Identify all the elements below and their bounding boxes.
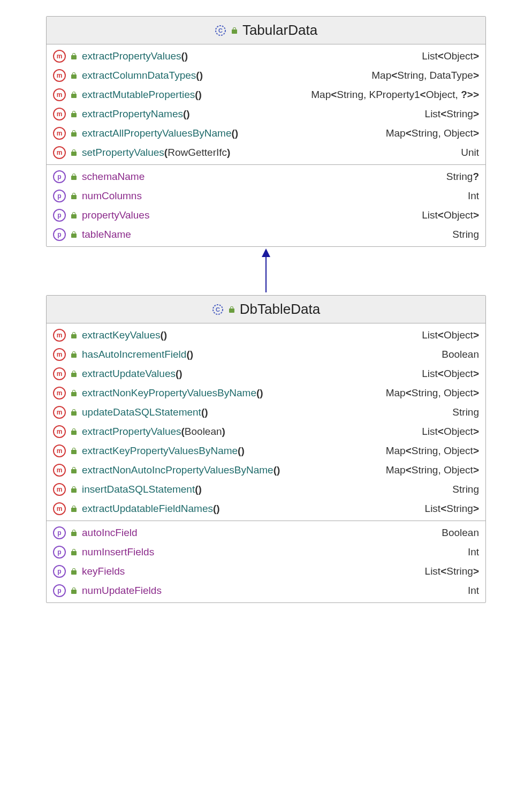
property-row[interactable]: pnumColumnsInt bbox=[52, 186, 480, 206]
method-icon: m bbox=[53, 88, 66, 101]
method-row[interactable]: minsertDataSQLStatement()String bbox=[52, 480, 480, 499]
lock-icon bbox=[70, 486, 78, 493]
property-icon: p bbox=[53, 209, 66, 222]
method-row[interactable]: mextractPropertyValues(Boolean)List<Obje… bbox=[52, 422, 480, 441]
method-row[interactable]: mextractPropertyValues()List<Object> bbox=[52, 47, 480, 66]
property-type: List<String> bbox=[425, 566, 479, 577]
lock-icon bbox=[70, 370, 78, 378]
return-type: Map<String, Object> bbox=[386, 445, 479, 457]
method-row[interactable]: msetPropertyValues(RowGetterIfc)Unit bbox=[52, 143, 480, 162]
method-name: setPropertyValues(RowGetterIfc) bbox=[82, 147, 230, 159]
method-name: insertDataSQLStatement() bbox=[82, 484, 202, 495]
return-type: List<String> bbox=[425, 108, 479, 120]
return-type: List<Object> bbox=[422, 426, 479, 438]
method-row[interactable]: mextractUpdateValues()List<Object> bbox=[52, 364, 480, 383]
method-row[interactable]: mextractNonKeyPropertyValuesByName()Map<… bbox=[52, 383, 480, 403]
method-row[interactable]: mhasAutoIncrementField()Boolean bbox=[52, 345, 480, 364]
method-name: updateDataSQLStatement() bbox=[82, 406, 208, 418]
lock-icon bbox=[70, 587, 78, 594]
property-icon: p bbox=[53, 565, 66, 578]
method-icon: m bbox=[53, 127, 66, 140]
property-name: numInsertFields bbox=[82, 546, 154, 558]
method-name: extractNonKeyPropertyValuesByName() bbox=[82, 387, 263, 399]
lock-icon bbox=[70, 568, 78, 575]
property-type: Int bbox=[468, 546, 479, 558]
property-row[interactable]: ptableNameString bbox=[52, 225, 480, 244]
method-icon: m bbox=[53, 108, 66, 120]
methods-section: mextractKeyValues()List<Object>mhasAutoI… bbox=[47, 323, 485, 521]
lock-icon bbox=[70, 447, 78, 455]
method-row[interactable]: mextractKeyValues()List<Object> bbox=[52, 326, 480, 345]
lock-icon bbox=[70, 466, 78, 474]
property-icon: p bbox=[53, 584, 66, 597]
class-name: DbTableData bbox=[240, 301, 320, 318]
property-icon: p bbox=[53, 228, 66, 241]
property-name: numColumns bbox=[82, 190, 142, 202]
method-row[interactable]: mextractMutableProperties()Map<String, K… bbox=[52, 85, 480, 104]
return-type: List<Object> bbox=[422, 50, 479, 62]
lock-icon bbox=[70, 52, 78, 60]
method-row[interactable]: mextractNonAutoIncPropertyValuesByName()… bbox=[52, 461, 480, 480]
method-icon: m bbox=[53, 367, 66, 380]
lock-icon bbox=[70, 130, 78, 137]
method-name: extractAllPropertyValuesByName() bbox=[82, 127, 238, 139]
lock-icon bbox=[70, 173, 78, 180]
abstract-class-icon: C bbox=[215, 25, 226, 36]
property-name: tableName bbox=[82, 229, 131, 240]
return-type: List<Object> bbox=[422, 368, 479, 380]
property-row[interactable]: pkeyFieldsList<String> bbox=[52, 562, 480, 581]
method-row[interactable]: mupdateDataSQLStatement()String bbox=[52, 403, 480, 422]
return-type: String bbox=[452, 484, 479, 495]
lock-icon bbox=[70, 389, 78, 397]
methods-section: mextractPropertyValues()List<Object>mext… bbox=[47, 44, 485, 164]
return-type: Map<String, Object> bbox=[386, 127, 479, 139]
method-name: extractPropertyValues() bbox=[82, 50, 188, 62]
inheritance-arrow-container bbox=[47, 247, 485, 295]
property-name: numUpdateFields bbox=[82, 585, 162, 597]
return-type: Map<String, DataType> bbox=[371, 70, 479, 81]
lock-icon bbox=[70, 192, 78, 200]
return-type: List<Object> bbox=[422, 329, 479, 341]
property-type: String bbox=[452, 229, 479, 240]
properties-section: pautoIncFieldBooleanpnumInsertFieldsIntp… bbox=[47, 521, 485, 602]
property-name: propertyValues bbox=[82, 209, 149, 221]
method-icon: m bbox=[53, 502, 66, 515]
lock-icon bbox=[228, 306, 235, 313]
property-icon: p bbox=[53, 170, 66, 183]
lock-icon bbox=[70, 428, 78, 435]
property-row[interactable]: pnumUpdateFieldsInt bbox=[52, 581, 480, 600]
method-icon: m bbox=[53, 329, 66, 342]
method-name: extractColumnDataTypes() bbox=[82, 70, 203, 81]
method-icon: m bbox=[53, 348, 66, 361]
return-type: Map<String, Object> bbox=[386, 464, 479, 476]
property-icon: p bbox=[53, 526, 66, 539]
class-header: C DbTableData bbox=[47, 296, 485, 323]
method-row[interactable]: mextractColumnDataTypes()Map<String, Dat… bbox=[52, 66, 480, 85]
property-row[interactable]: pschemaNameString? bbox=[52, 167, 480, 186]
property-row[interactable]: ppropertyValuesList<Object> bbox=[52, 206, 480, 225]
lock-icon bbox=[70, 212, 78, 219]
method-icon: m bbox=[53, 464, 66, 477]
return-type: Map<String, KProperty1<Object, ?>> bbox=[311, 89, 479, 101]
property-row[interactable]: pautoIncFieldBoolean bbox=[52, 523, 480, 542]
method-name: extractKeyValues() bbox=[82, 329, 167, 341]
method-name: extractKeyPropertyValuesByName() bbox=[82, 445, 245, 457]
return-type: Map<String, Object> bbox=[386, 387, 479, 399]
method-name: extractPropertyValues(Boolean) bbox=[82, 426, 225, 438]
method-row[interactable]: mextractPropertyNames()List<String> bbox=[52, 104, 480, 124]
lock-icon bbox=[70, 231, 78, 238]
method-row[interactable]: mextractAllPropertyValuesByName()Map<Str… bbox=[52, 124, 480, 143]
lock-icon bbox=[70, 72, 78, 79]
svg-text:C: C bbox=[218, 27, 223, 34]
lock-icon bbox=[231, 27, 238, 34]
property-row[interactable]: pnumInsertFieldsInt bbox=[52, 542, 480, 562]
method-icon: m bbox=[53, 444, 66, 457]
lock-icon bbox=[70, 505, 78, 512]
method-name: extractUpdateValues() bbox=[82, 368, 183, 380]
return-type: List<String> bbox=[425, 503, 479, 515]
method-icon: m bbox=[53, 69, 66, 82]
lock-icon bbox=[70, 91, 78, 99]
method-row[interactable]: mextractUpdatableFieldNames()List<String… bbox=[52, 499, 480, 518]
method-name: extractPropertyNames() bbox=[82, 108, 190, 120]
method-row[interactable]: mextractKeyPropertyValuesByName()Map<Str… bbox=[52, 441, 480, 461]
